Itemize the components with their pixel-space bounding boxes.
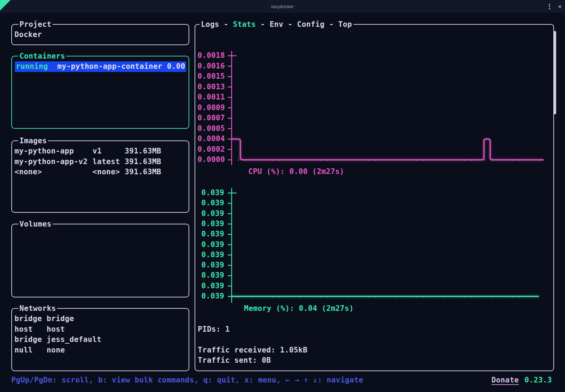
y-axis-tick-label: 0.039 bbox=[189, 219, 224, 229]
y-axis-tick-label: 0.0009 bbox=[190, 103, 225, 113]
network-row[interactable]: bridge bridge bbox=[14, 314, 187, 324]
tab-stats[interactable]: Stats bbox=[233, 19, 256, 30]
titlebar-actions: ⋮ ✕ bbox=[546, 0, 561, 13]
project-name[interactable]: Docker bbox=[14, 30, 187, 40]
images-panel-title: Images bbox=[18, 136, 48, 146]
traffic-received-value: Traffic received: 1.05kB bbox=[198, 345, 308, 355]
y-axis-tick-label: 0.039 bbox=[189, 240, 224, 250]
image-repo: my-python-app-v2 bbox=[14, 157, 93, 167]
y-axis-tick-label: 0.039 bbox=[189, 270, 224, 281]
images-panel: Images my-python-app v1 391.63MB my-pyth… bbox=[11, 140, 189, 213]
tabs-bar: Logs - Stats - Env - Config - Top bbox=[200, 19, 353, 30]
containers-panel-title: Containers bbox=[18, 51, 66, 61]
network-row[interactable]: bridge jess_default bbox=[14, 334, 187, 345]
image-row[interactable]: my-python-app v1 391.63MB bbox=[14, 146, 187, 157]
containers-panel: Containers running my-python-app-contain… bbox=[11, 56, 189, 129]
y-axis-tick-label: 0.0004 bbox=[190, 134, 225, 144]
main-panel: Logs - Stats - Env - Config - Top bbox=[195, 24, 554, 371]
traffic-sent-value: Traffic sent: 0B bbox=[198, 355, 271, 366]
statusbar-keybindings: PgUp/PgDn: scroll, b: view bulk commands… bbox=[11, 375, 363, 385]
network-name: jess_default bbox=[47, 334, 101, 345]
y-axis-tick-label: 0.0000 bbox=[190, 155, 225, 165]
y-axis-tick-label: 0.0011 bbox=[190, 92, 225, 102]
corner-fold-decoration bbox=[0, 0, 11, 11]
container-row-selected[interactable]: running my-python-app-container 0.00 bbox=[15, 61, 186, 72]
lazydocker-window: lazydocker ⋮ ✕ Project Docker Containers… bbox=[0, 0, 565, 392]
titlebar: lazydocker ⋮ ✕ bbox=[0, 0, 565, 13]
close-icon[interactable]: ✕ bbox=[558, 4, 561, 9]
tab-env[interactable]: Env bbox=[269, 19, 283, 30]
tab-separator: - bbox=[256, 19, 269, 30]
pids-value: PIDs: 1 bbox=[198, 324, 230, 334]
networks-panel: Networks bridge bridge host host bridge … bbox=[11, 308, 189, 371]
window-title: lazydocker bbox=[0, 0, 565, 13]
image-repo: <none> bbox=[14, 167, 93, 177]
image-row[interactable]: my-python-app-v2 latest 391.63MB bbox=[14, 157, 187, 167]
image-tag: <none> bbox=[93, 167, 125, 177]
y-axis-tick-label: 0.039 bbox=[189, 198, 224, 208]
container-cpu: 0.00 bbox=[167, 61, 185, 72]
tab-separator: - bbox=[325, 19, 338, 30]
scrollbar-thumb[interactable] bbox=[554, 31, 556, 114]
image-row[interactable]: <none> <none> 391.63MB bbox=[14, 167, 187, 177]
menu-dots-icon[interactable]: ⋮ bbox=[546, 3, 553, 10]
y-axis-tick-label: 0.039 bbox=[189, 209, 224, 219]
y-axis-tick-label: 0.039 bbox=[189, 260, 224, 270]
network-name: none bbox=[47, 345, 65, 356]
y-axis-tick-label: 0.039 bbox=[189, 188, 224, 198]
y-axis-tick-label: 0.0018 bbox=[190, 50, 225, 61]
networks-panel-title: Networks bbox=[18, 303, 57, 314]
y-axis-tick-label: 0.0013 bbox=[190, 82, 225, 92]
tab-logs[interactable]: Logs bbox=[201, 19, 219, 30]
image-size: 391.63MB bbox=[125, 146, 161, 157]
tab-config[interactable]: Config bbox=[297, 19, 325, 30]
image-repo: my-python-app bbox=[14, 146, 93, 157]
project-panel-title: Project bbox=[18, 19, 53, 30]
memory-chart-caption: Memory (%): 0.04 (2m27s) bbox=[244, 303, 354, 314]
network-driver: host bbox=[14, 324, 47, 335]
network-row[interactable]: null none bbox=[14, 345, 187, 356]
tab-top[interactable]: Top bbox=[338, 19, 352, 30]
y-axis-tick-label: 0.039 bbox=[189, 281, 224, 291]
network-driver: null bbox=[14, 345, 47, 356]
tab-separator: - bbox=[283, 19, 297, 30]
y-axis-tick-label: 0.0002 bbox=[190, 144, 225, 155]
cpu-chart-caption: CPU (%): 0.00 (2m27s) bbox=[248, 167, 344, 177]
project-panel: Project Docker bbox=[11, 24, 189, 45]
image-tag: v1 bbox=[93, 146, 125, 157]
network-driver: bridge bbox=[14, 314, 47, 324]
volumes-panel: Volumes bbox=[11, 224, 189, 297]
statusbar-right: Donate 0.23.3 bbox=[492, 375, 552, 385]
network-row[interactable]: host host bbox=[14, 324, 187, 335]
tab-separator: - bbox=[219, 19, 233, 30]
container-status: running bbox=[16, 61, 57, 72]
version-label: 0.23.3 bbox=[524, 375, 552, 385]
y-axis-tick-label: 0.0016 bbox=[190, 61, 225, 71]
image-size: 391.63MB bbox=[125, 157, 161, 167]
volumes-panel-title: Volumes bbox=[18, 219, 53, 229]
network-driver: bridge bbox=[14, 334, 47, 345]
image-size: 391.63MB bbox=[125, 167, 161, 177]
donate-link[interactable]: Donate bbox=[492, 375, 519, 385]
network-name: host bbox=[47, 324, 65, 335]
y-axis-tick-label: 0.0005 bbox=[190, 123, 225, 134]
y-axis-tick-label: 0.039 bbox=[189, 229, 224, 239]
y-axis-tick-label: 0.0015 bbox=[190, 71, 225, 82]
y-axis-tick-label: 0.039 bbox=[189, 291, 224, 301]
image-tag: latest bbox=[93, 157, 125, 167]
container-name: my-python-app-container bbox=[57, 61, 162, 72]
network-name: bridge bbox=[47, 314, 74, 324]
y-axis-tick-label: 0.039 bbox=[189, 250, 224, 260]
y-axis-tick-label: 0.0007 bbox=[190, 113, 225, 123]
